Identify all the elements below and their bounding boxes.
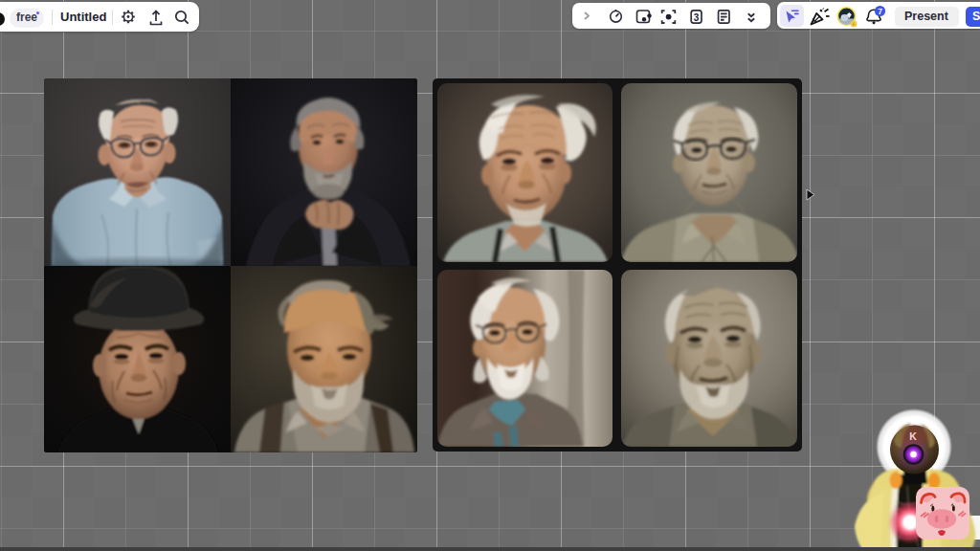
- svg-text:K: K: [909, 430, 917, 442]
- svg-text:7: 7: [878, 7, 882, 16]
- svg-text:3: 3: [694, 12, 700, 23]
